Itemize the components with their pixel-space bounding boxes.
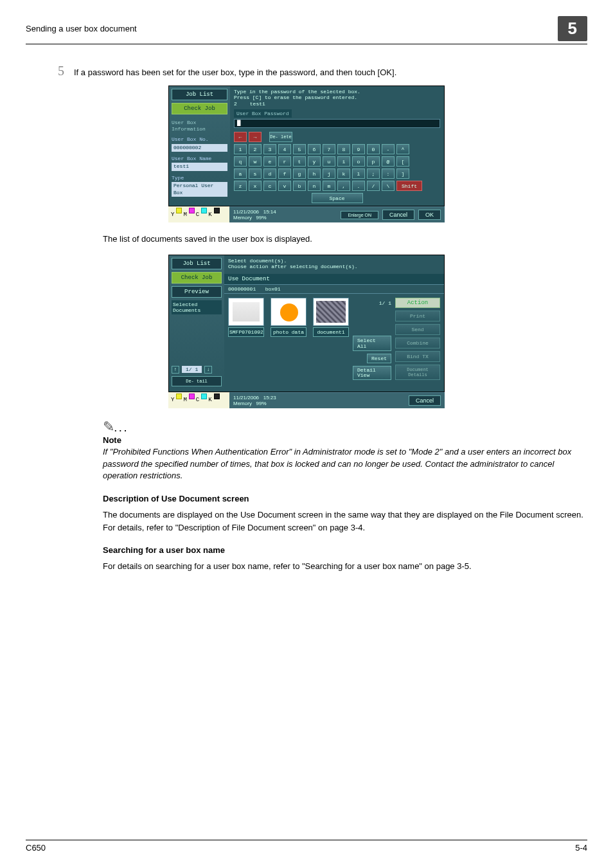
key-t[interactable]: t: [293, 156, 306, 167]
thumbnail-2[interactable]: photo data: [271, 298, 306, 383]
ok-button[interactable]: OK: [418, 210, 441, 220]
key-6[interactable]: 6: [308, 144, 321, 154]
note-text: If "Prohibited Functions When Authentica…: [103, 446, 587, 483]
key-o[interactable]: o: [352, 156, 365, 167]
key-2[interactable]: 2: [249, 144, 262, 154]
key-7[interactable]: 7: [323, 144, 335, 154]
thumbnail-1[interactable]: SMFP0701092: [228, 298, 264, 383]
toner-y: Y: [171, 208, 174, 221]
mid-text: The list of documents saved in the user …: [103, 233, 587, 246]
key-b[interactable]: b: [293, 181, 306, 191]
prompt-line2: Press [C] to erase the password entered.: [234, 95, 357, 101]
job-list-button-2[interactable]: Job List: [172, 258, 222, 269]
select-all-button[interactable]: Select All: [353, 336, 391, 351]
cancel-button-2[interactable]: Cancel: [409, 395, 441, 406]
key-h[interactable]: h: [308, 168, 321, 179]
check-job-button[interactable]: Check Job: [172, 103, 227, 114]
key-backslash[interactable]: \: [382, 181, 395, 191]
key-3[interactable]: 3: [263, 144, 276, 154]
screenshot-password-entry: Job List Check Job User Box Information …: [168, 86, 445, 223]
key-comma[interactable]: ,: [337, 181, 350, 191]
shift-key[interactable]: Shift: [396, 181, 422, 191]
key-d[interactable]: d: [263, 168, 276, 179]
key-caret[interactable]: ^: [396, 144, 409, 154]
key-period[interactable]: .: [352, 181, 365, 191]
user-box-no-value: 000000002: [172, 144, 227, 152]
note-icon: ✎: [103, 419, 114, 435]
type-value: Personal User Box: [172, 182, 227, 197]
key-w[interactable]: w: [249, 156, 262, 167]
key-dash[interactable]: -: [382, 144, 395, 154]
search-text: For details on searching for a user box …: [103, 560, 587, 573]
key-rbracket[interactable]: ]: [396, 168, 409, 179]
document-details-button[interactable]: Document Details: [395, 365, 440, 380]
password-field-label: User Box Password: [234, 109, 292, 118]
user-box-name-value: test1: [172, 163, 227, 170]
key-m[interactable]: m: [323, 181, 335, 191]
key-i[interactable]: i: [337, 156, 350, 167]
key-k[interactable]: k: [337, 168, 350, 179]
key-at[interactable]: @: [382, 156, 395, 167]
key-v[interactable]: v: [278, 181, 291, 191]
key-a[interactable]: a: [234, 168, 247, 179]
step-5: 5 If a password has been set for the use…: [26, 64, 587, 79]
space-key[interactable]: Space: [312, 193, 363, 203]
combine-button[interactable]: Combine: [395, 338, 440, 348]
key-5[interactable]: 5: [293, 144, 306, 154]
key-u[interactable]: u: [323, 156, 335, 167]
prompt-line1: Type in the password of the selected box…: [234, 89, 440, 95]
thumbnail-2-caption: photo data: [271, 327, 306, 337]
key-j[interactable]: j: [323, 168, 335, 179]
prompt2-line2: Choose action after selecting document(s…: [228, 264, 440, 270]
key-semi[interactable]: ;: [367, 168, 380, 179]
desc-text: The documents are displayed on the Use D…: [103, 509, 587, 534]
key-r[interactable]: r: [278, 156, 291, 167]
arrow-right-key[interactable]: →: [249, 132, 262, 142]
key-x[interactable]: x: [249, 181, 262, 191]
detail-button-left[interactable]: De- tail: [172, 376, 222, 386]
key-1[interactable]: 1: [234, 144, 247, 154]
key-y[interactable]: y: [308, 156, 321, 167]
bind-tx-button[interactable]: Bind TX: [395, 351, 440, 362]
page-up-icon[interactable]: ↑: [172, 366, 179, 374]
key-colon[interactable]: :: [382, 168, 395, 179]
key-8[interactable]: 8: [337, 144, 350, 154]
note-heading: Note: [103, 435, 587, 445]
enlarge-button[interactable]: Enlarge ON: [341, 211, 378, 219]
key-e[interactable]: e: [263, 156, 276, 167]
thumbnail-3[interactable]: document1: [313, 298, 349, 383]
key-c[interactable]: c: [263, 181, 276, 191]
key-l[interactable]: l: [352, 168, 365, 179]
key-4[interactable]: 4: [278, 144, 291, 154]
key-0[interactable]: 0: [367, 144, 380, 154]
key-f[interactable]: f: [278, 168, 291, 179]
key-n[interactable]: n: [308, 181, 321, 191]
toner-k: K: [208, 208, 211, 221]
key-q[interactable]: q: [234, 156, 247, 167]
check-job-button-2[interactable]: Check Job: [172, 272, 222, 284]
job-list-button[interactable]: Job List: [172, 89, 227, 100]
key-g[interactable]: g: [293, 168, 306, 179]
reset-button[interactable]: Reset: [367, 354, 391, 363]
key-9[interactable]: 9: [352, 144, 365, 154]
prompt2-line1: Select document(s).: [228, 258, 440, 264]
arrow-left-key[interactable]: ←: [234, 132, 247, 142]
print-button[interactable]: Print: [395, 311, 440, 321]
key-p[interactable]: p: [367, 156, 380, 167]
kb-row-1: 1 2 3 4 5 6 7 8 9 0 - ^: [234, 144, 440, 154]
preview-button[interactable]: Preview: [172, 286, 222, 298]
key-slash[interactable]: /: [367, 181, 380, 191]
key-s[interactable]: s: [249, 168, 262, 179]
page-down-icon[interactable]: ↓: [204, 366, 212, 374]
left-page-indicator: 1/ 1: [182, 366, 202, 373]
cancel-button-1[interactable]: Cancel: [382, 210, 414, 220]
detail-view-button[interactable]: Detail View: [353, 366, 391, 380]
send-button[interactable]: Send: [395, 324, 440, 335]
key-lbracket[interactable]: [: [396, 156, 409, 167]
delete-key[interactable]: De- lete: [269, 132, 292, 142]
password-input[interactable]: █: [234, 119, 440, 128]
thumbnail-1-caption: SMFP0701092: [228, 327, 264, 337]
page-header: Sending a user box document 5: [26, 0, 587, 44]
key-z[interactable]: z: [234, 181, 247, 191]
use-document-tab[interactable]: Use Document: [224, 274, 444, 285]
